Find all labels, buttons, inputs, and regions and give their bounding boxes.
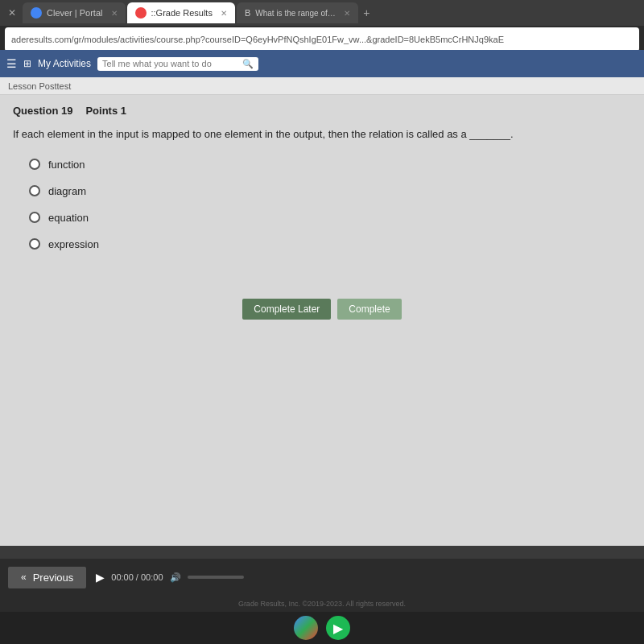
grid-icon[interactable]: ⊞: [23, 58, 31, 69]
options-list: function diagram equation expression: [13, 159, 631, 250]
play-store-icon[interactable]: ▶: [326, 616, 350, 640]
close-btn-1[interactable]: ✕: [3, 7, 21, 19]
option-label-c: equation: [48, 212, 89, 224]
tab-bar: ✕ Clever | Portal ✕ ::Grade Results ✕ B …: [0, 0, 644, 26]
bottom-bar: « Previous ▶ 00:00 / 00:00 🔊: [0, 559, 644, 596]
radio-option-a[interactable]: [29, 159, 40, 170]
option-label-d: expression: [48, 238, 99, 250]
radio-option-b[interactable]: [29, 185, 40, 196]
chrome-icon[interactable]: [294, 616, 318, 640]
media-progress-bar[interactable]: [188, 576, 244, 579]
tab-math[interactable]: B What is the range of y =|3x + ✕: [237, 2, 358, 23]
main-content: Question 19 Points 1 If each element in …: [0, 95, 644, 546]
tab-close-math[interactable]: ✕: [344, 9, 350, 18]
breadcrumb: Lesson Posttest: [8, 81, 71, 91]
complete-later-button[interactable]: Complete Later: [242, 299, 331, 320]
search-input[interactable]: [102, 59, 239, 68]
volume-icon[interactable]: 🔊: [170, 572, 181, 583]
breadcrumb-bar: Lesson Posttest: [0, 77, 644, 95]
footer: Grade Results, Inc. ©2019-2023. All righ…: [0, 596, 644, 612]
radio-option-d[interactable]: [29, 238, 40, 250]
clever-favicon: [31, 7, 42, 19]
points-label: Points 1: [85, 105, 126, 117]
previous-label: Previous: [33, 572, 74, 584]
option-item-c[interactable]: equation: [29, 212, 631, 224]
grade-favicon: [135, 7, 147, 19]
math-tab-letter: B: [245, 8, 250, 18]
copyright-text: Grade Results, Inc. ©2019-2023. All righ…: [238, 600, 406, 608]
app-toolbar: ☰ ⊞ My Activities 🔍: [0, 50, 644, 77]
my-activities-link[interactable]: My Activities: [38, 58, 91, 69]
tab-grade[interactable]: ::Grade Results ✕: [127, 2, 235, 23]
button-area: Complete Later Complete: [13, 299, 631, 320]
question-text: If each element in the input is mapped t…: [13, 126, 631, 142]
radio-option-c[interactable]: [29, 212, 40, 223]
option-label-a: function: [48, 159, 85, 171]
option-label-b: diagram: [48, 185, 86, 197]
option-item-a[interactable]: function: [29, 159, 631, 171]
complete-button[interactable]: Complete: [337, 299, 401, 320]
new-tab-button[interactable]: +: [363, 6, 369, 19]
time-display: 00:00 / 00:00: [111, 572, 163, 582]
chevron-left-icon: «: [21, 572, 27, 583]
previous-button[interactable]: « Previous: [8, 567, 86, 588]
address-bar[interactable]: aderesults.com/gr/modules/activities/cou…: [5, 27, 639, 52]
tab-clever[interactable]: Clever | Portal ✕: [23, 2, 126, 23]
search-icon: 🔍: [242, 59, 254, 69]
option-item-d[interactable]: expression: [29, 238, 631, 250]
browser-chrome: ✕ Clever | Portal ✕ ::Grade Results ✕ B …: [0, 0, 644, 50]
question-header: Question 19 Points 1: [13, 105, 631, 117]
play-button[interactable]: ▶: [96, 571, 105, 584]
option-item-b[interactable]: diagram: [29, 185, 631, 197]
media-controls: ▶ 00:00 / 00:00 🔊: [96, 571, 243, 584]
question-number: Question 19: [13, 105, 72, 117]
menu-icon[interactable]: ☰: [6, 57, 17, 70]
tab-close-grade[interactable]: ✕: [221, 9, 227, 18]
taskbar: ▶: [0, 612, 644, 644]
search-bar[interactable]: 🔍: [97, 57, 258, 71]
tab-close-clever[interactable]: ✕: [111, 9, 118, 18]
